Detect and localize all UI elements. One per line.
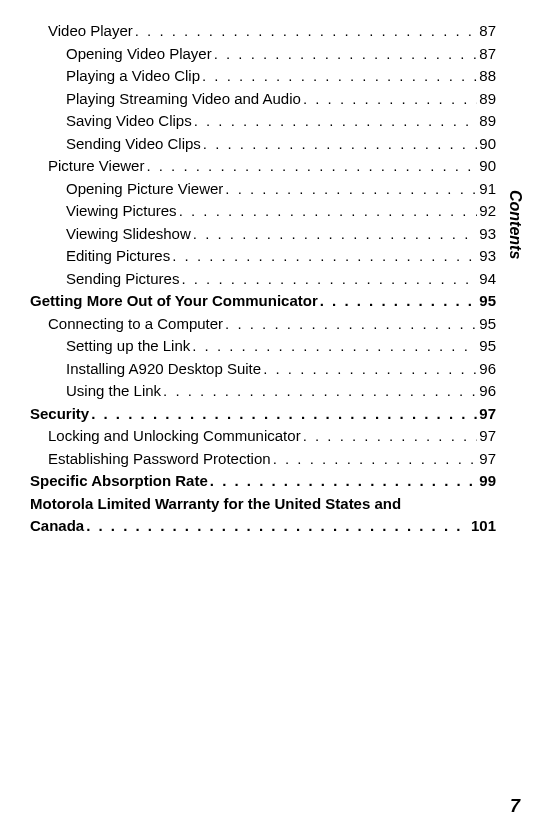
toc-title: Picture Viewer bbox=[48, 155, 144, 178]
toc-entry: Locking and Unlocking Communicator97 bbox=[48, 425, 496, 448]
toc-entry: Opening Video Player87 bbox=[66, 43, 496, 66]
toc-title: Playing Streaming Video and Audio bbox=[66, 88, 301, 111]
toc-page: 95 bbox=[479, 335, 496, 358]
toc-page: 97 bbox=[479, 425, 496, 448]
toc-leader-dots bbox=[210, 470, 478, 493]
toc-title: Opening Video Player bbox=[66, 43, 212, 66]
toc-title: Getting More Out of Your Communicator bbox=[30, 290, 318, 313]
toc-entry: Video Player87 bbox=[48, 20, 496, 43]
toc-entry: Sending Video Clips90 bbox=[66, 133, 496, 156]
toc-page: 95 bbox=[479, 313, 496, 336]
toc-page: 96 bbox=[479, 380, 496, 403]
toc-leader-dots bbox=[320, 290, 478, 313]
toc-title: Saving Video Clips bbox=[66, 110, 192, 133]
toc-leader-dots bbox=[225, 313, 477, 336]
toc-page: 89 bbox=[479, 110, 496, 133]
toc-leader-dots bbox=[146, 155, 477, 178]
toc-title: Locking and Unlocking Communicator bbox=[48, 425, 301, 448]
toc-page: 89 bbox=[479, 88, 496, 111]
toc-leader-dots bbox=[163, 380, 477, 403]
toc-entry: Using the Link96 bbox=[66, 380, 496, 403]
toc-leader-dots bbox=[303, 88, 477, 111]
toc-title: Using the Link bbox=[66, 380, 161, 403]
toc-page: 93 bbox=[479, 223, 496, 246]
toc-leader-dots bbox=[203, 133, 477, 156]
toc-entry: Opening Picture Viewer91 bbox=[66, 178, 496, 201]
side-label: Contents bbox=[506, 190, 524, 259]
toc-entry: Establishing Password Protection97 bbox=[48, 448, 496, 471]
toc-entry: Editing Pictures93 bbox=[66, 245, 496, 268]
toc-entry: Motorola Limited Warranty for the United… bbox=[30, 493, 496, 538]
toc-page: 90 bbox=[479, 133, 496, 156]
toc-page: 101 bbox=[471, 515, 496, 538]
toc-leader-dots bbox=[192, 335, 477, 358]
toc-title: Connecting to a Computer bbox=[48, 313, 223, 336]
toc-leader-dots bbox=[91, 403, 477, 426]
toc-leader-dots bbox=[273, 448, 478, 471]
toc-title: Editing Pictures bbox=[66, 245, 170, 268]
toc-entry: Saving Video Clips89 bbox=[66, 110, 496, 133]
toc-entry: Getting More Out of Your Communicator95 bbox=[30, 290, 496, 313]
toc-leader-dots bbox=[214, 43, 478, 66]
toc-leader-dots bbox=[303, 425, 478, 448]
toc-page: 97 bbox=[479, 403, 496, 426]
toc-entry: Specific Absorption Rate99 bbox=[30, 470, 496, 493]
table-of-contents: Video Player87Opening Video Player87Play… bbox=[30, 20, 496, 538]
toc-page: 91 bbox=[479, 178, 496, 201]
toc-page: 97 bbox=[479, 448, 496, 471]
toc-title: Specific Absorption Rate bbox=[30, 470, 208, 493]
toc-leader-dots bbox=[179, 200, 478, 223]
toc-page: 92 bbox=[479, 200, 496, 223]
toc-title: Sending Pictures bbox=[66, 268, 179, 291]
toc-page: 94 bbox=[479, 268, 496, 291]
toc-entry: Setting up the Link95 bbox=[66, 335, 496, 358]
toc-entry: Sending Pictures94 bbox=[66, 268, 496, 291]
toc-title: Viewing Slideshow bbox=[66, 223, 191, 246]
toc-leader-dots bbox=[202, 65, 477, 88]
toc-title: Security bbox=[30, 403, 89, 426]
toc-entry: Playing a Video Clip88 bbox=[66, 65, 496, 88]
toc-page: 96 bbox=[479, 358, 496, 381]
toc-entry: Picture Viewer90 bbox=[48, 155, 496, 178]
toc-page: 95 bbox=[479, 290, 496, 313]
toc-page: 99 bbox=[479, 470, 496, 493]
toc-leader-dots bbox=[181, 268, 477, 291]
toc-entry: Viewing Pictures92 bbox=[66, 200, 496, 223]
toc-entry: Installing A920 Desktop Suite96 bbox=[66, 358, 496, 381]
page-number: 7 bbox=[510, 796, 520, 817]
toc-page: 90 bbox=[479, 155, 496, 178]
toc-leader-dots bbox=[172, 245, 477, 268]
toc-entry: Viewing Slideshow93 bbox=[66, 223, 496, 246]
toc-leader-dots bbox=[135, 20, 478, 43]
toc-leader-dots bbox=[86, 515, 469, 538]
toc-leader-dots bbox=[225, 178, 477, 201]
toc-page: 87 bbox=[479, 20, 496, 43]
toc-title: Installing A920 Desktop Suite bbox=[66, 358, 261, 381]
toc-entry: Security97 bbox=[30, 403, 496, 426]
toc-page: 87 bbox=[479, 43, 496, 66]
toc-leader-dots bbox=[194, 110, 478, 133]
toc-title: Playing a Video Clip bbox=[66, 65, 200, 88]
toc-title: Establishing Password Protection bbox=[48, 448, 271, 471]
toc-title: Viewing Pictures bbox=[66, 200, 177, 223]
toc-title: Canada bbox=[30, 515, 84, 538]
toc-title: Video Player bbox=[48, 20, 133, 43]
toc-title: Opening Picture Viewer bbox=[66, 178, 223, 201]
toc-title: Setting up the Link bbox=[66, 335, 190, 358]
toc-entry: Playing Streaming Video and Audio89 bbox=[66, 88, 496, 111]
toc-leader-dots bbox=[193, 223, 478, 246]
toc-leader-dots bbox=[263, 358, 477, 381]
toc-title: Motorola Limited Warranty for the United… bbox=[30, 493, 496, 516]
toc-entry: Connecting to a Computer95 bbox=[48, 313, 496, 336]
toc-entry-line2: Canada101 bbox=[30, 515, 496, 538]
toc-page: 88 bbox=[479, 65, 496, 88]
toc-title: Sending Video Clips bbox=[66, 133, 201, 156]
toc-page: 93 bbox=[479, 245, 496, 268]
